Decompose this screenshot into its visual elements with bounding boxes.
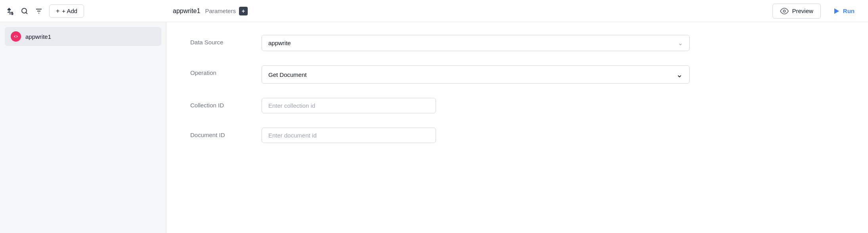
operation-control: Get Document ⌄ — [262, 65, 690, 84]
add-label: + Add — [62, 8, 77, 14]
main-content: appwrite1 Data Source appwrite ⌄ Operati… — [0, 22, 868, 233]
collapse-icon[interactable] — [6, 7, 14, 15]
collection-id-label: Collection ID — [190, 98, 262, 109]
collection-id-row: Collection ID — [190, 98, 844, 113]
collection-id-input[interactable] — [262, 98, 436, 113]
add-button[interactable]: + + Add — [49, 4, 84, 18]
svg-point-7 — [15, 36, 17, 38]
document-id-control — [262, 128, 690, 143]
sidebar-item-label: appwrite1 — [25, 33, 51, 40]
operation-label: Operation — [190, 65, 262, 76]
svg-line-3 — [26, 12, 28, 14]
data-source-value: appwrite — [268, 40, 291, 46]
sidebar-item-appwrite1[interactable]: appwrite1 — [5, 27, 161, 46]
svg-point-2 — [22, 8, 27, 13]
search-icon[interactable] — [21, 7, 29, 15]
eye-icon — [780, 7, 789, 15]
toolbar: + + Add appwrite1 Parameters + Preview R… — [0, 0, 868, 22]
document-id-row: Document ID — [190, 128, 844, 143]
tab-title: appwrite1 — [173, 8, 200, 15]
run-button[interactable]: Run — [826, 5, 862, 17]
add-plus-icon: + — [56, 8, 59, 15]
chevron-down-icon: ⌄ — [678, 39, 683, 47]
preview-button[interactable]: Preview — [772, 4, 820, 19]
operation-value: Get Document — [268, 71, 307, 78]
parameters-label: Parameters — [205, 8, 236, 14]
sidebar: appwrite1 — [0, 22, 166, 233]
data-source-row: Data Source appwrite ⌄ — [190, 35, 844, 51]
operation-chevron-down-icon: ⌄ — [676, 70, 683, 79]
run-icon — [833, 8, 840, 15]
parameters-section: Parameters + — [205, 7, 248, 15]
collection-id-control — [262, 98, 690, 113]
filter-icon[interactable] — [35, 7, 43, 15]
data-source-control: appwrite ⌄ — [262, 35, 690, 51]
preview-label: Preview — [792, 8, 813, 14]
operation-row: Operation Get Document ⌄ — [190, 65, 844, 84]
data-source-label: Data Source — [190, 35, 262, 46]
operation-select[interactable]: Get Document ⌄ — [262, 65, 690, 84]
toolbar-left: + + Add — [6, 4, 173, 18]
appwrite-logo-icon — [10, 31, 21, 42]
toolbar-right: Preview Run — [772, 4, 862, 19]
svg-point-4 — [784, 10, 786, 12]
svg-marker-5 — [834, 8, 839, 14]
toolbar-center: appwrite1 Parameters + — [173, 7, 772, 15]
data-source-select[interactable]: appwrite ⌄ — [262, 35, 690, 51]
document-id-input[interactable] — [262, 128, 436, 143]
parameters-add-button[interactable]: + — [239, 7, 248, 15]
run-label: Run — [843, 8, 855, 14]
form-area: Data Source appwrite ⌄ Operation Get Doc… — [166, 22, 868, 233]
document-id-label: Document ID — [190, 128, 262, 138]
